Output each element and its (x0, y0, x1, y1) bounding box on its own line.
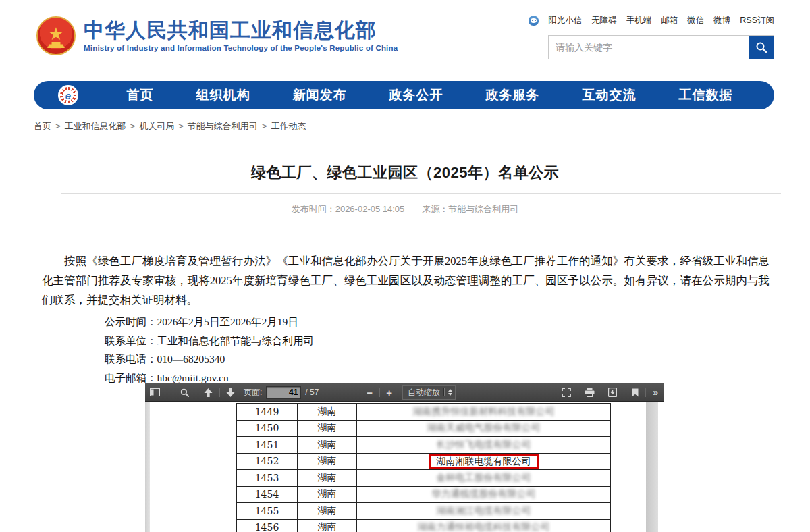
utility-link[interactable]: 无障碍 (591, 15, 617, 26)
breadcrumb-link[interactable]: 首页 (34, 121, 51, 131)
source: 节能与综合利用司 (448, 204, 518, 214)
find-icon (180, 388, 189, 397)
emblem-star-icon: ★ (48, 25, 63, 43)
utility-link[interactable]: 微信 (687, 15, 704, 26)
cell-province: 湖南 (297, 421, 356, 437)
nav-item[interactable]: 新闻发布 (293, 86, 347, 104)
zoom-mode-select[interactable]: 自动缩放 (402, 385, 456, 400)
table-row: 1451 湖南 长沙恒飞电缆有限公司 (236, 437, 611, 454)
utility-link[interactable]: 阳光小信 (548, 15, 582, 26)
cell-company: 湖南力通恒裕电缆科技有限公司 (356, 520, 611, 532)
utility-link[interactable]: RSS订阅 (740, 15, 774, 26)
table-row: 1455 湖南 湖南湘江电缆有限公司 (236, 503, 611, 520)
search-icon (755, 41, 767, 53)
download-icon (608, 388, 617, 397)
sidebar-toggle-button[interactable] (145, 383, 165, 401)
previous-page-button[interactable] (199, 383, 217, 401)
companies-table: 1449 湖南 湖南携升恒佳新材料科技有限公司 1450 湖南 湖南天威电气股份… (236, 403, 611, 532)
cell-company: 长沙恒飞电缆有限公司 (356, 437, 611, 453)
miit-logo-icon: e (58, 85, 78, 105)
table-row: 1452 湖南 湖南湘联电缆有限公司 (236, 454, 611, 471)
utility-link[interactable]: 手机端 (626, 15, 652, 26)
company-name: 湖南湘江电缆有限公司 (437, 505, 531, 517)
contact-info: 公示时间：2026年2月5日至2026年2月19日联系单位：工业和信息化部节能与… (105, 313, 314, 387)
company-name: 湖南力通恒裕电缆科技有限公司 (418, 521, 550, 532)
breadcrumb-separator: > (178, 121, 184, 131)
nav-item[interactable]: 政务服务 (486, 86, 540, 104)
site-title-block: 中华人民共和国工业和信息化部 Ministry of Industry and … (84, 19, 398, 52)
zoom-out-button[interactable]: − (362, 383, 377, 401)
cell-number: 1453 (236, 470, 297, 486)
search-button[interactable] (749, 36, 774, 59)
cell-number: 1455 (236, 503, 297, 519)
download-button[interactable] (603, 383, 622, 401)
pdf-scrollbar[interactable] (646, 402, 658, 532)
presentation-mode-button[interactable] (557, 383, 576, 401)
nav-item[interactable]: 组织机构 (196, 86, 250, 104)
table-row: 1456 湖南 湖南力通恒裕电缆科技有限公司 (236, 520, 611, 532)
breadcrumb-link[interactable]: 机关司局 (139, 121, 174, 131)
nav-item[interactable]: 首页 (127, 86, 154, 104)
cell-company: 湖南湘江电缆有限公司 (356, 503, 611, 519)
article-paragraph: 按照《绿色工厂梯度培育及管理暂行办法》《工业和信息化部办公厅关于开展2025年度… (42, 251, 770, 310)
utility-link[interactable]: 微博 (713, 15, 730, 26)
cell-province: 湖南 (297, 487, 356, 503)
print-button[interactable] (580, 383, 599, 401)
search-bar (548, 35, 774, 59)
table-row: 1453 湖南 金杯电工股份有限公司 (236, 470, 611, 487)
contact-line: 公示时间：2026年2月5日至2026年2月19日 (105, 313, 314, 331)
table-outer-right-line (628, 403, 628, 532)
bookmark-button[interactable] (627, 383, 643, 401)
company-name: 金杯电工股份有限公司 (437, 472, 531, 484)
table-row: 1450 湖南 湖南天威电气股份有限公司 (236, 421, 611, 437)
utility-links: 阳光小信无障碍手机端邮箱微信微博RSS订阅 (529, 15, 774, 26)
cell-province: 湖南 (297, 454, 356, 470)
pdf-toolbar: 页面: / 57 − + 自动缩放 (145, 383, 664, 402)
cell-company: 湖南湘联电缆有限公司 (356, 454, 611, 470)
printer-icon (585, 388, 595, 397)
zoom-in-button[interactable]: + (381, 383, 397, 401)
table-outer-left-line (225, 403, 225, 532)
cell-number: 1450 (236, 421, 297, 437)
contact-line: 联系单位：工业和信息化部节能与综合利用司 (105, 331, 314, 350)
find-button[interactable] (176, 383, 194, 401)
cell-number: 1456 (236, 520, 297, 532)
table-row: 1454 湖南 华力通线缆股份有限公司 (236, 487, 611, 504)
bookmark-icon (632, 388, 639, 397)
pdf-viewer: 页面: / 57 − + 自动缩放 (145, 383, 664, 532)
nav-item[interactable]: 政务公开 (389, 86, 443, 104)
breadcrumb-separator: > (55, 121, 61, 131)
page-number-input[interactable] (266, 386, 301, 399)
cell-number: 1454 (236, 487, 297, 503)
contact-line: 联系电话：010—68205340 (105, 350, 314, 369)
search-input[interactable] (549, 36, 749, 59)
title-divider (61, 193, 781, 194)
nav-item[interactable]: 互动交流 (583, 86, 637, 104)
breadcrumb-link[interactable]: 工业和信息化部 (65, 121, 126, 131)
cell-company: 金杯电工股份有限公司 (356, 470, 611, 486)
utility-link[interactable]: 邮箱 (661, 15, 678, 26)
zoom-mode-value: 自动缩放 (408, 387, 440, 398)
next-page-button[interactable] (221, 383, 240, 401)
breadcrumb-link[interactable]: 节能与综合利用司 (188, 121, 258, 131)
company-name: 湖南携升恒佳新材料科技有限公司 (413, 406, 555, 418)
company-name: 华力通线缆股份有限公司 (432, 488, 536, 500)
cell-province: 湖南 (297, 437, 356, 453)
breadcrumb-separator: > (130, 121, 136, 131)
page-label: 页面: (244, 387, 262, 398)
pdf-left-edge (145, 402, 150, 532)
nav-item[interactable]: 工信数据 (679, 86, 733, 104)
cell-company: 湖南携升恒佳新材料科技有限公司 (356, 404, 611, 420)
breadcrumb-link[interactable]: 工作动态 (271, 121, 306, 131)
cell-company: 湖南天威电气股份有限公司 (356, 421, 611, 437)
company-name: 湖南天威电气股份有限公司 (427, 422, 541, 434)
more-tools-button[interactable]: » (647, 383, 664, 401)
company-name: 长沙恒飞电缆有限公司 (437, 439, 531, 451)
page: ★ 中华人民共和国工业和信息化部 Ministry of Industry an… (0, 0, 810, 532)
publish-time: 2026-02-05 14:05 (335, 204, 405, 214)
mascot-icon (529, 16, 539, 26)
source-label: 来源： (422, 204, 448, 214)
publish-time-label: 发布时间： (292, 204, 335, 214)
breadcrumb-separator: > (262, 121, 267, 131)
cell-province: 湖南 (297, 520, 356, 532)
